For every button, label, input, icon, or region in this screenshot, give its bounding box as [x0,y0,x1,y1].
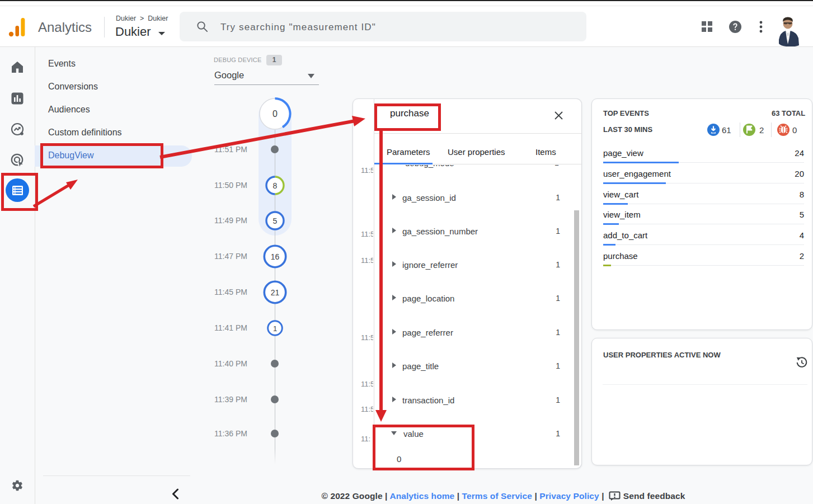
svg-text:0: 0 [272,109,278,119]
svg-text:8: 8 [273,181,278,190]
svg-text:5: 5 [273,216,278,225]
svg-text:1: 1 [273,324,277,333]
svg-text:21: 21 [271,288,280,297]
svg-text:16: 16 [271,252,280,261]
